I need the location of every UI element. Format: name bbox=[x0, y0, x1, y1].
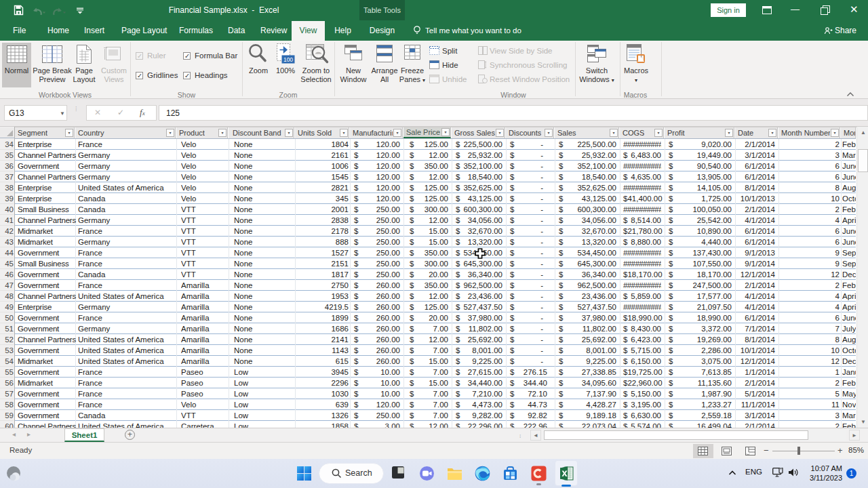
svg-text:100: 100 bbox=[283, 56, 293, 63]
